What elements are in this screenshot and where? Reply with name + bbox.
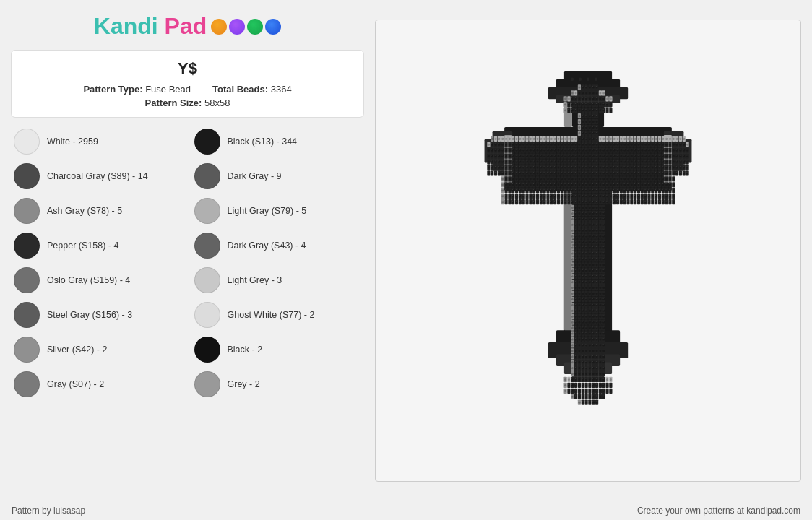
color-label: Oslo Gray (S159) - 4 [47,275,130,285]
logo: Kandi Pad [94,13,207,40]
color-label: Black (S13) - 344 [228,136,298,147]
color-label: Dark Gray (S43) - 4 [228,240,306,251]
color-swatch [14,233,40,259]
color-swatch [14,163,40,189]
color-item: Light Gray (S79) - 5 [191,194,365,228]
color-item: Silver (S42) - 2 [11,333,184,366]
logo-area: Kandi Pad [11,7,364,43]
bead-orange-icon [211,19,227,35]
color-swatch [194,302,220,328]
pattern-type: Pattern Type: Fuse Bead [83,84,191,95]
color-item: Dark Gray - 9 [191,160,365,193]
footer-right: Create your own patterns at kandipad.com [637,506,800,516]
color-swatch [14,129,40,155]
pattern-meta: Pattern Type: Fuse Bead Total Beads: 336… [23,84,352,95]
color-item: Dark Gray (S43) - 4 [191,229,365,262]
color-label: White - 2959 [47,136,98,147]
right-panel [375,7,801,493]
color-swatch [14,267,40,293]
svg-point-25 [571,77,574,80]
svg-point-28 [595,77,597,80]
left-panel: Kandi Pad Y$ Pattern Type: Fuse Bead Tot… [11,7,364,493]
color-swatch [194,267,220,293]
color-label: Black - 2 [228,344,263,355]
color-swatch [194,337,220,363]
color-item: White - 2959 [11,125,184,158]
color-swatch [194,198,220,224]
bead-canvas [487,84,689,417]
svg-point-27 [587,77,589,80]
color-swatch [194,371,220,397]
color-item: Gray (S07) - 2 [11,368,184,401]
color-label: Dark Gray - 9 [228,171,282,181]
pattern-title: Y$ [23,59,352,78]
color-label: Gray (S07) - 2 [47,379,104,389]
color-item: Pepper (S158) - 4 [11,229,184,262]
color-label: Pepper (S158) - 4 [47,240,118,251]
footer: Pattern by luisasap Create your own patt… [0,500,812,520]
color-swatch [194,129,220,155]
colors-grid: White - 2959 Black (S13) - 344 Charcoal … [11,125,364,401]
logo-icons [211,19,281,35]
bead-purple-icon [229,19,245,35]
color-swatch [14,302,40,328]
color-swatch [14,371,40,397]
pattern-size-row: Pattern Size: 58x58 [23,98,352,108]
pattern-size: Pattern Size: 58x58 [145,98,230,108]
color-label: Steel Gray (S156) - 3 [47,310,132,320]
pattern-info-box: Y$ Pattern Type: Fuse Bead Total Beads: … [11,50,364,118]
color-label: Light Gray (S79) - 5 [228,206,307,216]
color-swatch [194,163,220,189]
footer-left: Pattern by luisasap [12,506,85,516]
color-label: Charcoal Gray (S89) - 14 [47,171,148,181]
bead-green-icon [247,19,263,35]
color-item: Ghost White (S77) - 2 [191,298,365,332]
bead-blue-icon [265,19,281,35]
color-swatch [14,337,40,363]
color-label: Ash Gray (S78) - 5 [47,206,122,216]
color-label: Silver (S42) - 2 [47,344,107,355]
color-label: Light Grey - 3 [228,275,282,285]
color-item: Black (S13) - 344 [191,125,365,158]
pattern-beads: Total Beads: 3364 [212,84,292,95]
color-item: Charcoal Gray (S89) - 14 [11,160,184,193]
color-label: Ghost White (S77) - 2 [228,310,315,320]
color-item: Black - 2 [191,333,365,366]
color-label: Grey - 2 [228,379,260,389]
color-item: Light Grey - 3 [191,264,365,297]
color-item: Grey - 2 [191,368,365,401]
color-item: Oslo Gray (S159) - 4 [11,264,184,297]
color-item: Ash Gray (S78) - 5 [11,194,184,228]
color-swatch [14,198,40,224]
canvas-box [375,20,801,482]
color-item: Steel Gray (S156) - 3 [11,298,184,332]
color-swatch [194,233,220,259]
svg-point-26 [579,77,582,80]
